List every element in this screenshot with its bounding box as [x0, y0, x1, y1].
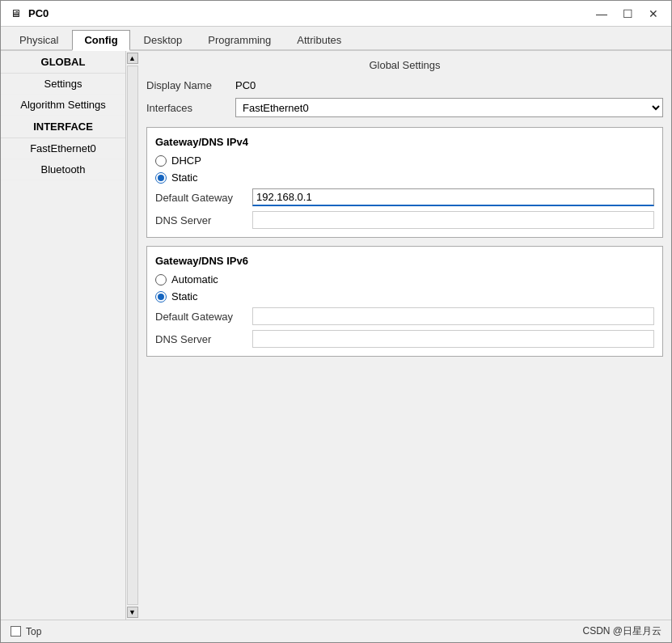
ipv4-dhcp-row: DHCP	[155, 154, 654, 167]
minimize-button[interactable]: —	[590, 5, 613, 23]
title-bar: 🖥 PC0 — ☐ ✕	[1, 1, 671, 27]
ipv4-gateway-label: Default Gateway	[155, 192, 252, 204]
sidebar-global-header: GLOBAL	[1, 51, 125, 74]
tab-bar: Physical Config Desktop Programming Attr…	[1, 27, 671, 51]
sidebar-item-bluetooth[interactable]: Bluetooth	[1, 159, 125, 180]
sidebar-scroll-content: GLOBAL Settings Algorithm Settings INTER…	[1, 51, 125, 620]
sidebar-item-settings[interactable]: Settings	[1, 74, 125, 95]
display-name-label: Display Name	[146, 79, 235, 91]
sidebar: GLOBAL Settings Algorithm Settings INTER…	[1, 51, 138, 620]
ipv6-section: Gateway/DNS IPv6 Automatic Static Defaul…	[146, 246, 663, 357]
ipv4-static-radio-dot	[158, 175, 164, 181]
top-checkbox[interactable]	[11, 626, 21, 637]
main-content: GLOBAL Settings Algorithm Settings INTER…	[1, 51, 671, 620]
ipv6-automatic-label: Automatic	[171, 273, 218, 286]
ipv6-dns-label: DNS Server	[155, 333, 252, 345]
ipv4-dns-input[interactable]	[252, 211, 654, 229]
ipv6-gateway-row: Default Gateway	[155, 307, 654, 325]
ipv6-automatic-radio[interactable]	[155, 274, 167, 286]
ipv6-gateway-input[interactable]	[252, 307, 654, 325]
status-bar: Top CSDN @日星月云	[1, 620, 671, 642]
maximize-button[interactable]: ☐	[616, 5, 639, 23]
interfaces-select[interactable]: FastEthernet0 Bluetooth	[235, 98, 663, 117]
sidebar-item-algorithm-settings[interactable]: Algorithm Settings	[1, 95, 125, 116]
status-left: Top	[11, 626, 41, 637]
ipv6-section-title: Gateway/DNS IPv6	[155, 255, 654, 267]
sidebar-scroll-up-button[interactable]: ▲	[127, 53, 138, 64]
sidebar-item-fastethernet0[interactable]: FastEthernet0	[1, 138, 125, 159]
tab-physical[interactable]: Physical	[7, 30, 70, 49]
ipv6-dns-row: DNS Server	[155, 330, 654, 348]
panel-title: Global Settings	[146, 59, 663, 71]
top-label: Top	[26, 626, 41, 637]
right-panel: Global Settings Display Name PC0 Interfa…	[138, 51, 671, 620]
sidebar-scroll-down-button[interactable]: ▼	[127, 607, 138, 618]
ipv4-dns-label: DNS Server	[155, 214, 252, 226]
ipv4-section: Gateway/DNS IPv4 DHCP Static Default Gat…	[146, 127, 663, 238]
window: 🖥 PC0 — ☐ ✕ Physical Config Desktop Prog…	[0, 0, 672, 643]
ipv4-static-row: Static	[155, 171, 654, 184]
ipv4-gateway-row: Default Gateway	[155, 188, 654, 206]
tab-desktop[interactable]: Desktop	[132, 30, 195, 49]
ipv6-static-row: Static	[155, 290, 654, 302]
ipv6-automatic-row: Automatic	[155, 273, 654, 286]
ipv4-dns-row: DNS Server	[155, 211, 654, 229]
ipv4-static-label: Static	[171, 171, 198, 184]
sidebar-interface-header: INTERFACE	[1, 116, 125, 138]
window-title: PC0	[28, 7, 590, 19]
watermark: CSDN @日星月云	[582, 624, 661, 638]
sidebar-scroll-track	[127, 66, 138, 605]
ipv6-static-label: Static	[171, 290, 198, 302]
ipv4-dhcp-label: DHCP	[171, 154, 201, 167]
display-name-value: PC0	[235, 79, 256, 91]
ipv6-dns-input[interactable]	[252, 330, 654, 348]
ipv4-gateway-input[interactable]	[252, 188, 654, 206]
window-icon: 🖥	[7, 6, 23, 22]
ipv4-section-title: Gateway/DNS IPv4	[155, 136, 654, 148]
tab-config[interactable]: Config	[72, 30, 129, 51]
ipv6-static-radio[interactable]	[155, 291, 167, 302]
title-bar-controls: — ☐ ✕	[590, 5, 665, 23]
close-button[interactable]: ✕	[642, 5, 665, 23]
tab-attributes[interactable]: Attributes	[285, 30, 353, 49]
ipv4-static-radio[interactable]	[155, 172, 167, 184]
interfaces-label: Interfaces	[146, 102, 235, 114]
display-name-row: Display Name PC0	[146, 79, 663, 91]
ipv6-static-radio-dot	[158, 294, 164, 300]
ipv6-gateway-label: Default Gateway	[155, 311, 252, 323]
ipv4-dhcp-radio[interactable]	[155, 155, 167, 167]
interfaces-row: Interfaces FastEthernet0 Bluetooth	[146, 98, 663, 117]
sidebar-scrollbar: ▲ ▼	[125, 51, 138, 620]
tab-programming[interactable]: Programming	[196, 30, 283, 49]
